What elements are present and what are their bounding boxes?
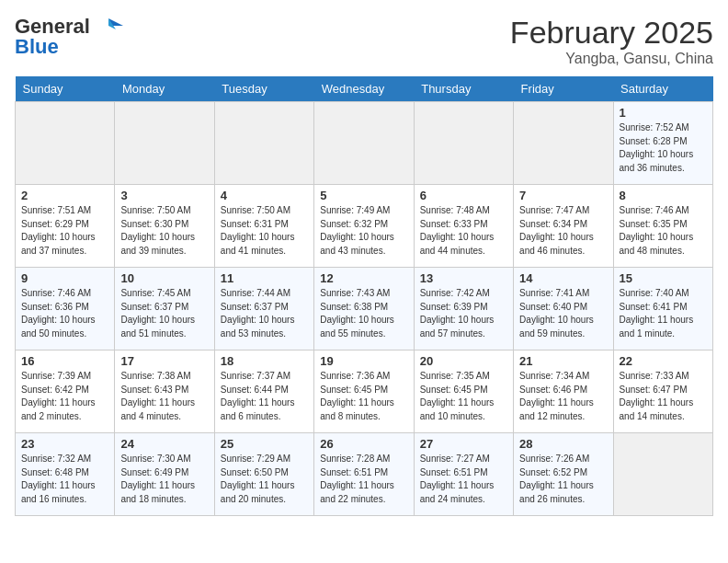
day-number: 15: [620, 271, 707, 285]
calendar-cell: 3Sunrise: 7:50 AM Sunset: 6:30 PM Daylig…: [115, 185, 214, 268]
calendar-cell: 21Sunrise: 7:34 AM Sunset: 6:46 PM Dayli…: [514, 350, 613, 433]
day-info: Sunrise: 7:33 AM Sunset: 6:47 PM Dayligh…: [620, 370, 707, 423]
calendar-cell: 22Sunrise: 7:33 AM Sunset: 6:47 PM Dayli…: [613, 350, 712, 433]
column-header-friday: Friday: [514, 76, 613, 102]
day-number: 13: [420, 271, 507, 285]
day-number: 11: [221, 271, 308, 285]
day-number: 5: [320, 189, 407, 202]
day-info: Sunrise: 7:34 AM Sunset: 6:46 PM Dayligh…: [519, 370, 607, 423]
calendar-cell: 5Sunrise: 7:49 AM Sunset: 6:32 PM Daylig…: [314, 185, 414, 268]
calendar-cell: [16, 102, 115, 185]
calendar-table: SundayMondayTuesdayWednesdayThursdayFrid…: [15, 76, 713, 516]
day-info: Sunrise: 7:40 AM Sunset: 6:41 PM Dayligh…: [620, 287, 707, 340]
calendar-cell: [214, 102, 313, 185]
day-info: Sunrise: 7:26 AM Sunset: 6:52 PM Dayligh…: [519, 453, 607, 506]
day-info: Sunrise: 7:37 AM Sunset: 6:44 PM Dayligh…: [221, 370, 308, 423]
day-info: Sunrise: 7:51 AM Sunset: 6:29 PM Dayligh…: [21, 204, 108, 258]
day-number: 9: [21, 271, 108, 285]
day-number: 25: [221, 437, 308, 451]
calendar-cell: 24Sunrise: 7:30 AM Sunset: 6:49 PM Dayli…: [115, 433, 214, 516]
day-info: Sunrise: 7:41 AM Sunset: 6:40 PM Dayligh…: [519, 287, 607, 340]
calendar-cell: 12Sunrise: 7:43 AM Sunset: 6:38 PM Dayli…: [314, 268, 414, 350]
title-block: February 2025 Yangba, Gansu, China: [510, 15, 713, 67]
day-number: 17: [120, 354, 208, 368]
day-number: 4: [221, 189, 308, 202]
calendar-week-2: 2Sunrise: 7:51 AM Sunset: 6:29 PM Daylig…: [16, 185, 713, 268]
day-number: 14: [519, 271, 607, 285]
day-number: 18: [221, 354, 308, 368]
location: Yangba, Gansu, China: [510, 51, 713, 67]
day-number: 3: [120, 189, 208, 202]
calendar-cell: 17Sunrise: 7:38 AM Sunset: 6:43 PM Dayli…: [115, 350, 214, 433]
day-info: Sunrise: 7:28 AM Sunset: 6:51 PM Dayligh…: [320, 453, 407, 506]
column-header-thursday: Thursday: [414, 76, 513, 102]
calendar-cell: [115, 102, 214, 185]
day-info: Sunrise: 7:46 AM Sunset: 6:35 PM Dayligh…: [620, 204, 707, 258]
calendar-cell: [314, 102, 414, 185]
day-number: 16: [21, 354, 108, 368]
calendar-cell: [414, 102, 513, 185]
calendar-cell: 27Sunrise: 7:27 AM Sunset: 6:51 PM Dayli…: [414, 433, 513, 516]
day-info: Sunrise: 7:52 AM Sunset: 6:28 PM Dayligh…: [620, 121, 707, 175]
column-header-sunday: Sunday: [16, 76, 115, 102]
calendar-cell: 18Sunrise: 7:37 AM Sunset: 6:44 PM Dayli…: [214, 350, 313, 433]
calendar-cell: 4Sunrise: 7:50 AM Sunset: 6:31 PM Daylig…: [214, 185, 313, 268]
calendar-header-row: SundayMondayTuesdayWednesdayThursdayFrid…: [16, 76, 713, 102]
day-number: 22: [620, 354, 707, 368]
day-info: Sunrise: 7:42 AM Sunset: 6:39 PM Dayligh…: [420, 287, 507, 340]
day-number: 2: [21, 189, 108, 202]
calendar-week-1: 1Sunrise: 7:52 AM Sunset: 6:28 PM Daylig…: [16, 102, 713, 185]
column-header-monday: Monday: [115, 76, 214, 102]
calendar-cell: [613, 433, 712, 516]
column-header-wednesday: Wednesday: [314, 76, 414, 102]
day-info: Sunrise: 7:29 AM Sunset: 6:50 PM Dayligh…: [221, 453, 308, 506]
day-info: Sunrise: 7:47 AM Sunset: 6:34 PM Dayligh…: [519, 204, 607, 258]
day-info: Sunrise: 7:36 AM Sunset: 6:45 PM Dayligh…: [320, 370, 407, 423]
day-number: 1: [620, 106, 707, 120]
logo: General Blue: [15, 15, 123, 59]
calendar-cell: 9Sunrise: 7:46 AM Sunset: 6:36 PM Daylig…: [16, 268, 115, 350]
day-info: Sunrise: 7:35 AM Sunset: 6:45 PM Dayligh…: [420, 370, 507, 423]
day-number: 23: [21, 437, 108, 451]
day-info: Sunrise: 7:44 AM Sunset: 6:37 PM Dayligh…: [221, 287, 308, 340]
day-info: Sunrise: 7:50 AM Sunset: 6:31 PM Dayligh…: [221, 204, 308, 258]
calendar-cell: 6Sunrise: 7:48 AM Sunset: 6:33 PM Daylig…: [414, 185, 513, 268]
calendar-cell: 23Sunrise: 7:32 AM Sunset: 6:48 PM Dayli…: [16, 433, 115, 516]
calendar-cell: [514, 102, 613, 185]
calendar-cell: 2Sunrise: 7:51 AM Sunset: 6:29 PM Daylig…: [16, 185, 115, 268]
calendar-cell: 19Sunrise: 7:36 AM Sunset: 6:45 PM Dayli…: [314, 350, 414, 433]
calendar-cell: 28Sunrise: 7:26 AM Sunset: 6:52 PM Dayli…: [514, 433, 613, 516]
calendar-week-3: 9Sunrise: 7:46 AM Sunset: 6:36 PM Daylig…: [16, 268, 713, 350]
calendar-cell: 10Sunrise: 7:45 AM Sunset: 6:37 PM Dayli…: [115, 268, 214, 350]
column-header-tuesday: Tuesday: [214, 76, 313, 102]
logo-bird-icon: [94, 17, 123, 37]
day-number: 21: [519, 354, 607, 368]
day-number: 28: [519, 437, 607, 451]
calendar-cell: 20Sunrise: 7:35 AM Sunset: 6:45 PM Dayli…: [414, 350, 513, 433]
day-info: Sunrise: 7:27 AM Sunset: 6:51 PM Dayligh…: [420, 453, 507, 506]
day-number: 10: [120, 271, 208, 285]
calendar-week-5: 23Sunrise: 7:32 AM Sunset: 6:48 PM Dayli…: [16, 433, 713, 516]
day-number: 26: [320, 437, 407, 451]
day-number: 27: [420, 437, 507, 451]
month-title: February 2025: [510, 15, 713, 51]
day-info: Sunrise: 7:48 AM Sunset: 6:33 PM Dayligh…: [420, 204, 507, 258]
day-number: 7: [519, 189, 607, 202]
day-info: Sunrise: 7:45 AM Sunset: 6:37 PM Dayligh…: [120, 287, 208, 340]
calendar-cell: 14Sunrise: 7:41 AM Sunset: 6:40 PM Dayli…: [514, 268, 613, 350]
column-header-saturday: Saturday: [613, 76, 712, 102]
logo-blue-text: Blue: [15, 35, 59, 59]
calendar-cell: 11Sunrise: 7:44 AM Sunset: 6:37 PM Dayli…: [214, 268, 313, 350]
calendar-cell: 15Sunrise: 7:40 AM Sunset: 6:41 PM Dayli…: [613, 268, 712, 350]
calendar-week-4: 16Sunrise: 7:39 AM Sunset: 6:42 PM Dayli…: [16, 350, 713, 433]
day-info: Sunrise: 7:50 AM Sunset: 6:30 PM Dayligh…: [120, 204, 208, 258]
calendar-cell: 7Sunrise: 7:47 AM Sunset: 6:34 PM Daylig…: [514, 185, 613, 268]
calendar-cell: 1Sunrise: 7:52 AM Sunset: 6:28 PM Daylig…: [613, 102, 712, 185]
day-number: 12: [320, 271, 407, 285]
page-header: General Blue February 2025 Yangba, Gansu…: [15, 15, 713, 67]
day-number: 24: [120, 437, 208, 451]
day-number: 20: [420, 354, 507, 368]
day-info: Sunrise: 7:46 AM Sunset: 6:36 PM Dayligh…: [21, 287, 108, 340]
day-number: 19: [320, 354, 407, 368]
calendar-cell: 25Sunrise: 7:29 AM Sunset: 6:50 PM Dayli…: [214, 433, 313, 516]
